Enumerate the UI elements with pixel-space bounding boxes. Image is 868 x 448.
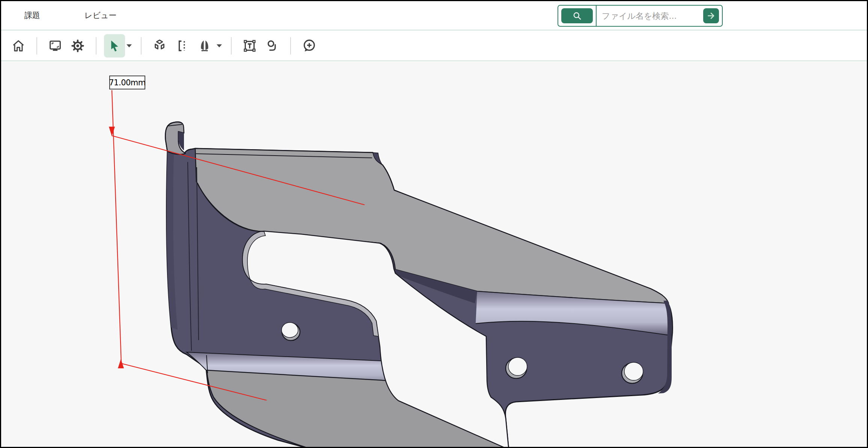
chevron-down-icon[interactable] xyxy=(217,44,222,47)
main-nav: 課題 レビュー xyxy=(1,10,116,21)
shape-icon xyxy=(265,38,280,53)
bracket-hole-small xyxy=(282,322,300,341)
search-input[interactable] xyxy=(597,11,703,21)
model-viewport[interactable]: 71.00mm xyxy=(1,62,867,448)
add-comment-button[interactable] xyxy=(298,34,319,58)
toolbar-separator xyxy=(231,37,232,54)
search-button-cell xyxy=(558,6,597,26)
toolbar-separator xyxy=(96,37,96,54)
toolbar-separator xyxy=(290,37,291,54)
section-view-button[interactable] xyxy=(172,34,193,58)
app-window: 課題 レビュー xyxy=(0,0,868,448)
home-icon xyxy=(11,38,26,53)
settings-button[interactable] xyxy=(67,34,88,58)
chevron-down-icon[interactable] xyxy=(127,44,132,47)
add-comment-icon xyxy=(301,38,316,53)
dimension-value-label[interactable]: 71.00mm xyxy=(109,76,145,89)
exploded-view-button[interactable] xyxy=(149,34,170,58)
header-bar: 課題 レビュー xyxy=(1,1,867,30)
search-button[interactable] xyxy=(561,8,593,23)
measure-tool-button[interactable] xyxy=(194,34,215,58)
screen-view-button[interactable] xyxy=(45,34,66,58)
cursor-icon xyxy=(107,39,122,53)
measure-icon xyxy=(197,38,212,53)
select-tool-button[interactable] xyxy=(104,34,125,58)
dimension-arrow-top xyxy=(109,127,115,136)
arrow-right-icon xyxy=(706,11,716,21)
monitor-icon xyxy=(48,38,63,53)
bracket-hole-right-1 xyxy=(506,357,527,378)
exploded-cube-icon xyxy=(152,38,167,53)
home-button[interactable] xyxy=(8,34,29,58)
file-search-bar xyxy=(558,5,723,27)
toolbar xyxy=(1,31,867,61)
shape-annotation-button[interactable] xyxy=(262,34,283,58)
tab-review[interactable]: レビュー xyxy=(84,10,116,21)
bracket-3d-model xyxy=(1,62,868,448)
text-annotation-button[interactable] xyxy=(239,34,260,58)
gear-icon xyxy=(70,38,85,53)
magnifier-icon xyxy=(572,11,582,21)
bracket-hole-right-2 xyxy=(622,362,643,383)
toolbar-separator xyxy=(141,37,142,54)
search-submit-button[interactable] xyxy=(703,8,719,23)
text-box-icon xyxy=(242,38,257,53)
section-icon xyxy=(175,38,190,53)
toolbar-separator xyxy=(36,37,37,54)
hook-tab xyxy=(166,122,185,154)
tab-assignments[interactable]: 課題 xyxy=(24,10,40,21)
